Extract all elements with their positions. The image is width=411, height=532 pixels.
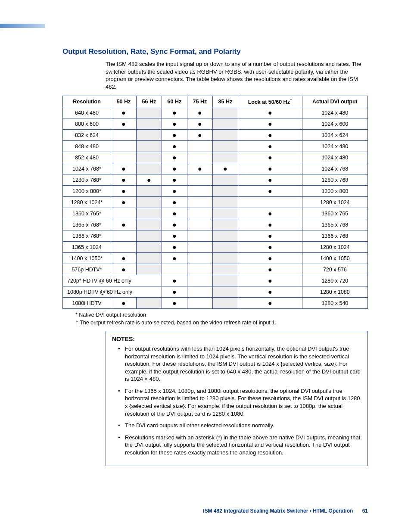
- table-cell: [187, 242, 212, 253]
- table-cell: [212, 286, 238, 298]
- table-cell: [111, 242, 136, 253]
- table-cell: [187, 230, 212, 242]
- dvi-output-cell: 1024 x 600: [302, 118, 367, 130]
- table-cell: ●: [111, 253, 136, 264]
- table-cell: [187, 286, 212, 298]
- table-cell: ●: [162, 230, 187, 242]
- resolution-table: Resolution 50 Hz 56 Hz 60 Hz 75 Hz 85 Hz…: [62, 96, 368, 309]
- table-cell: [136, 152, 162, 163]
- dvi-output-cell: 1365 x 768: [302, 219, 367, 230]
- table-row: 1400 x 1050*●●●1400 x 1050: [63, 253, 368, 264]
- table-cell: ●: [238, 230, 302, 242]
- dvi-output-cell: 1280 x 540: [302, 298, 367, 309]
- resolution-cell: 1365 x 1024: [63, 242, 111, 253]
- resolution-cell: 1365 x 768*: [63, 219, 111, 230]
- resolution-cell: 852 x 480: [63, 152, 111, 163]
- table-cell: ●: [187, 118, 212, 130]
- table-cell: ●: [238, 298, 302, 309]
- footer-page-number: 61: [362, 508, 368, 514]
- table-row: 1360 x 765*●●1360 x 765: [63, 208, 368, 219]
- table-cell: [111, 130, 136, 141]
- table-cell: [136, 264, 162, 275]
- table-cell: [212, 230, 238, 242]
- table-cell: ●: [111, 298, 136, 309]
- footnote-star: * Native DVI output resolution: [75, 311, 368, 319]
- table-cell: [212, 107, 238, 118]
- notes-list: For output resolutions with less than 10…: [112, 345, 361, 456]
- note-item: The DVI card outputs all other selected …: [125, 422, 361, 429]
- table-cell: [212, 152, 238, 163]
- table-cell: ●: [238, 264, 302, 275]
- table-cell: [212, 141, 238, 152]
- table-cell: ●: [238, 152, 302, 163]
- table-cell: ●: [238, 118, 302, 130]
- col-50hz: 50 Hz: [111, 96, 136, 107]
- table-cell: ●: [162, 107, 187, 118]
- table-row: 1280 x 1024*●●1280 x 1024: [63, 197, 368, 208]
- table-cell: [187, 141, 212, 152]
- table-cell: [111, 141, 136, 152]
- table-cell: [136, 130, 162, 141]
- resolution-cell: 832 x 624: [63, 130, 111, 141]
- table-cell: [136, 230, 162, 242]
- table-cell: ●: [238, 186, 302, 197]
- table-cell: [212, 219, 238, 230]
- table-cell: ●: [238, 208, 302, 219]
- table-cell: ●: [238, 141, 302, 152]
- table-cell: [212, 264, 238, 275]
- table-cell: [136, 208, 162, 219]
- table-cell: [136, 186, 162, 197]
- resolution-cell: 1366 x 768*: [63, 230, 111, 242]
- dvi-output-cell: 720 x 576: [302, 264, 367, 275]
- table-cell: ●: [162, 141, 187, 152]
- table-row: 1024 x 768*●●●●●1024 x 768: [63, 163, 368, 174]
- table-cell: [212, 253, 238, 264]
- dvi-output-cell: 1280 x 1080: [302, 286, 367, 298]
- table-cell: [187, 298, 212, 309]
- resolution-span-cell: 720p* HDTV @ 60 Hz only: [63, 275, 162, 286]
- resolution-cell: 848 x 480: [63, 141, 111, 152]
- resolution-span-cell: 1080p HDTV @ 60 Hz only: [63, 286, 162, 298]
- table-footnotes: * Native DVI output resolution † The out…: [75, 311, 368, 327]
- table-cell: ●: [162, 130, 187, 141]
- table-cell: ●: [162, 242, 187, 253]
- table-cell: [187, 264, 212, 275]
- resolution-cell: 1280 x 1024*: [63, 197, 111, 208]
- table-cell: [187, 152, 212, 163]
- resolution-cell: 1200 x 800*: [63, 186, 111, 197]
- table-cell: ●: [212, 163, 238, 174]
- table-cell: [187, 208, 212, 219]
- table-cell: [136, 242, 162, 253]
- table-cell: [136, 298, 162, 309]
- table-cell: ●: [162, 118, 187, 130]
- dvi-output-cell: 1366 x 768: [302, 230, 367, 242]
- table-row: 832 x 624●●●1024 x 624: [63, 130, 368, 141]
- table-row: 640 x 480●●●●1024 x 480: [63, 107, 368, 118]
- resolution-cell: 1024 x 768*: [63, 163, 111, 174]
- note-item: For the 1365 x 1024, 1080p, and 1080i ou…: [125, 387, 361, 417]
- table-cell: ●: [136, 174, 162, 186]
- header-accent-bar: [0, 24, 45, 28]
- table-row: 720p* HDTV @ 60 Hz only●●1280 x 720: [63, 275, 368, 286]
- dvi-output-cell: 1280 x 1024: [302, 197, 367, 208]
- table-row: 1080p HDTV @ 60 Hz only●●1280 x 1080: [63, 286, 368, 298]
- table-cell: ●: [162, 197, 187, 208]
- table-cell: ●: [111, 264, 136, 275]
- table-cell: ●: [162, 208, 187, 219]
- table-row: 848 x 480●●1024 x 480: [63, 141, 368, 152]
- col-85hz: 85 Hz: [212, 96, 238, 107]
- resolution-cell: 1360 x 765*: [63, 208, 111, 219]
- table-cell: [187, 275, 212, 286]
- table-cell: [187, 253, 212, 264]
- table-cell: ●: [111, 174, 136, 186]
- note-item: For output resolutions with less than 10…: [125, 345, 361, 383]
- table-row: 1366 x 768*●●1366 x 768: [63, 230, 368, 242]
- footer-product: ISM 482 Integrated Scaling Matrix Switch…: [203, 508, 353, 514]
- table-row: 1200 x 800*●●●1200 x 800: [63, 186, 368, 197]
- table-row: 1080i HDTV●●●1280 x 540: [63, 298, 368, 309]
- dvi-output-cell: 1400 x 1050: [302, 253, 367, 264]
- table-cell: ●: [238, 286, 302, 298]
- dvi-output-cell: 1024 x 480: [302, 107, 367, 118]
- table-cell: [212, 242, 238, 253]
- notes-box: NOTES: For output resolutions with less …: [106, 331, 368, 466]
